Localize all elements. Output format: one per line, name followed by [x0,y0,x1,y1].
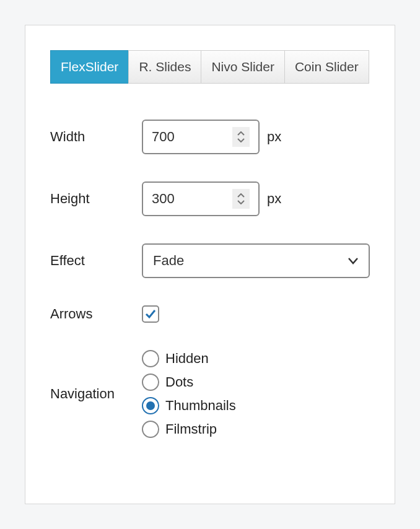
height-label: Height [50,191,142,207]
height-value: 300 [152,191,175,207]
chevron-down-icon [348,257,359,264]
width-label: Width [50,129,142,145]
effect-value: Fade [153,253,184,269]
tab-nivo-slider[interactable]: Nivo Slider [201,50,285,84]
navigation-option-thumbnails[interactable]: Thumbnails [142,397,236,414]
slider-type-tabs: FlexSlider R. Slides Nivo Slider Coin Sl… [50,50,370,84]
navigation-label: Navigation [50,386,142,402]
navigation-row: Navigation Hidden Dots Thumbnails Filmst… [50,350,370,438]
chevron-down-icon [237,199,245,204]
tab-r-slides[interactable]: R. Slides [128,50,201,84]
check-icon [144,308,157,320]
width-input[interactable]: 700 [142,120,260,154]
effect-select[interactable]: Fade [142,243,370,278]
radio-label: Thumbnails [165,398,236,414]
width-stepper[interactable] [232,127,250,147]
radio-label: Dots [165,374,193,390]
effect-row: Effect Fade [50,243,370,278]
radio-label: Hidden [165,351,209,367]
navigation-option-dots[interactable]: Dots [142,374,236,391]
arrows-label: Arrows [50,306,142,322]
effect-label: Effect [50,253,142,269]
radio-icon [142,397,159,414]
width-unit: px [267,129,281,145]
radio-icon [142,374,159,391]
radio-label: Filmstrip [165,421,217,437]
navigation-radio-group: Hidden Dots Thumbnails Filmstrip [142,350,236,438]
tab-coin-slider[interactable]: Coin Slider [284,50,369,84]
radio-icon [142,350,159,367]
chevron-up-icon [237,193,245,198]
width-value: 700 [152,129,175,145]
height-unit: px [267,191,281,207]
navigation-option-hidden[interactable]: Hidden [142,350,236,367]
chevron-down-icon [237,138,245,142]
arrows-row: Arrows [50,305,370,323]
height-row: Height 300 px [50,181,370,216]
arrows-checkbox[interactable] [142,305,159,323]
height-input[interactable]: 300 [142,181,260,216]
radio-icon [142,421,159,438]
height-stepper[interactable] [232,189,250,209]
chevron-up-icon [237,131,245,136]
tab-flexslider[interactable]: FlexSlider [50,50,129,84]
navigation-option-filmstrip[interactable]: Filmstrip [142,421,236,438]
width-row: Width 700 px [50,120,370,154]
settings-panel: FlexSlider R. Slides Nivo Slider Coin Sl… [25,25,395,504]
